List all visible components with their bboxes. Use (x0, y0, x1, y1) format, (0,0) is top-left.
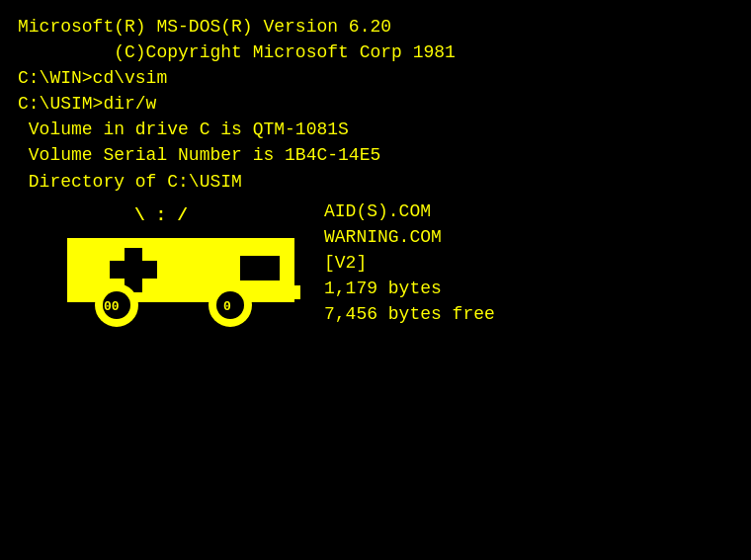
file-2: WARNING.COM (324, 224, 495, 250)
file-3: [V2] (324, 250, 495, 276)
terminal-screen: Microsoft(R) MS-DOS(R) Version 6.20 (C)C… (0, 0, 751, 560)
line-directory: Directory of C:\USIM (18, 169, 733, 195)
file-1: AID(S).COM (324, 199, 495, 224)
line-serial: Volume Serial Number is 1B4C-14E5 (18, 142, 733, 168)
svg-text:00: 00 (104, 299, 120, 314)
svg-rect-12 (292, 285, 300, 299)
line-1: Microsoft(R) MS-DOS(R) Version 6.20 (18, 14, 733, 40)
line-volume: Volume in drive C is QTM-1081S (18, 117, 733, 142)
ambulance-area: \ : / 00 (18, 199, 733, 327)
ambulance-svg: \ : / 00 (18, 199, 304, 332)
svg-rect-3 (240, 256, 280, 280)
bytes-count: 1,179 bytes (324, 276, 495, 301)
line-6: C:\USIM>dir/w (18, 91, 733, 117)
svg-text:0: 0 (223, 299, 231, 314)
svg-rect-5 (110, 261, 157, 279)
svg-text:\  :  /: \ : / (134, 205, 188, 225)
line-2: (C)Copyright Microsoft Corp 1981 (18, 40, 733, 65)
bytes-free: 7,456 bytes free (324, 301, 495, 327)
line-4: C:\WIN>cd\vsim (18, 65, 733, 91)
ambulance-graphic: \ : / 00 (18, 199, 304, 327)
file-listing: AID(S).COM WARNING.COM [V2] 1,179 bytes … (304, 199, 495, 327)
